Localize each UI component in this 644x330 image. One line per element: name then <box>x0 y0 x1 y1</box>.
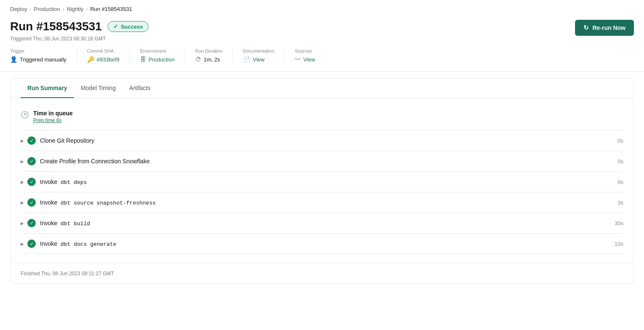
check-icon: ✓ <box>113 23 118 30</box>
commit-value: 🔑 #933bef9 <box>87 56 119 63</box>
documentation-value: 📄 View <box>243 56 274 63</box>
breadcrumb-sep-1: › <box>29 6 31 12</box>
sources-value: 〰 View <box>295 56 315 63</box>
step-row: ▶ ✓ Invoke dbt deps 0s <box>21 172 623 192</box>
step-duration-6: 10s <box>607 241 623 247</box>
time-queue-title: Time in queue <box>33 110 73 117</box>
time-in-queue: 🕐 Time in queue Prep time 6s <box>21 106 623 130</box>
run-footer: Finished Thu, 08 Jun 2023 08:31:27 GMT <box>11 263 633 283</box>
status-label: Success <box>121 24 143 30</box>
step-code-3: dbt deps <box>61 179 87 186</box>
step-duration-5: 30s <box>607 220 623 226</box>
run-title-row: Run #158543531 ✓ Success <box>10 20 148 33</box>
meta-trigger: Trigger 👤 Triggered manually <box>10 48 77 63</box>
duration-text: 1m, 2s <box>204 56 220 63</box>
meta-commit: Commit SHA 🔑 #933bef9 <box>87 48 130 63</box>
step-duration-1: 0s <box>607 138 623 144</box>
step-chevron-1[interactable]: ▶ <box>21 138 24 143</box>
meta-documentation: Documentation 📄 View <box>243 48 285 63</box>
sources-link[interactable]: View <box>303 56 315 63</box>
step-success-icon-3: ✓ <box>27 178 36 186</box>
rerun-button[interactable]: ↻ Re-run Now <box>575 20 634 36</box>
tab-artifacts[interactable]: Artifacts <box>122 79 157 98</box>
step-name-5: Invoke dbt build <box>40 220 607 227</box>
step-row: ▶ ✓ Create Profile from Connection Snowf… <box>21 151 623 172</box>
rerun-label: Re-run Now <box>592 24 625 31</box>
step-name-6: Invoke dbt docs generate <box>40 240 607 248</box>
meta-row: Trigger 👤 Triggered manually Commit SHA … <box>0 48 644 72</box>
tab-model-timing[interactable]: Model Timing <box>74 79 122 98</box>
person-icon: 👤 <box>10 56 17 63</box>
trigger-label: Trigger <box>10 48 66 53</box>
documentation-label: Documentation <box>243 48 274 53</box>
step-chevron-5[interactable]: ▶ <box>21 221 24 226</box>
step-chevron-4[interactable]: ▶ <box>21 200 24 205</box>
run-title: Run #158543531 <box>10 20 102 33</box>
trigger-value: 👤 Triggered manually <box>10 56 66 63</box>
clock-icon: ⏱ <box>195 56 201 63</box>
step-duration-3: 0s <box>607 179 623 185</box>
step-chevron-2[interactable]: ▶ <box>21 159 24 164</box>
success-badge: ✓ Success <box>108 21 148 32</box>
commit-label: Commit SHA <box>87 48 119 53</box>
step-success-icon-4: ✓ <box>27 198 36 207</box>
page-wrapper: Deploy › Production › Nightly › Run #158… <box>0 0 644 330</box>
commit-link[interactable]: #933bef9 <box>97 56 119 63</box>
environment-value: 🗄 Production <box>140 56 175 63</box>
tabs-container: Run Summary Model Timing Artifacts <box>11 79 633 98</box>
step-code-4: dbt source snapshot-freshness <box>61 200 156 206</box>
meta-duration: Run Duration ⏱ 1m, 2s <box>195 48 233 63</box>
breadcrumb-production[interactable]: Production <box>34 6 60 12</box>
prep-time-link[interactable]: Prep time 6s <box>33 117 73 123</box>
step-name-2: Create Profile from Connection Snowflake <box>40 158 607 165</box>
db-icon: 🗄 <box>140 56 146 63</box>
step-row: ▶ ✓ Invoke dbt build 30s <box>21 213 623 234</box>
breadcrumb: Deploy › Production › Nightly › Run #158… <box>0 0 644 16</box>
environment-label: Environment <box>140 48 175 53</box>
duration-value: ⏱ 1m, 2s <box>195 56 223 63</box>
environment-link[interactable]: Production <box>148 56 175 63</box>
meta-sources: Sources 〰 View <box>295 48 325 63</box>
run-header: Run #158543531 ✓ Success Triggered Thu, … <box>0 16 644 48</box>
step-duration-2: 0s <box>607 158 623 165</box>
step-name-4: Invoke dbt source snapshot-freshness <box>40 199 607 206</box>
sources-label: Sources <box>295 48 315 53</box>
documentation-link[interactable]: View <box>253 56 265 63</box>
step-name-1: Clone Git Repository <box>40 137 607 144</box>
breadcrumb-sep-2: › <box>63 6 64 12</box>
step-chevron-6[interactable]: ▶ <box>21 242 24 246</box>
time-queue-content: Time in queue Prep time 6s <box>33 110 73 123</box>
tabs: Run Summary Model Timing Artifacts <box>21 79 623 98</box>
duration-label: Run Duration <box>195 48 223 53</box>
step-success-icon-6: ✓ <box>27 240 36 248</box>
step-code-6: dbt docs generate <box>61 241 117 248</box>
step-row: ▶ ✓ Invoke dbt source snapshot-freshness… <box>21 192 623 213</box>
breadcrumb-run-id: Run #158543531 <box>90 6 132 12</box>
finished-text: Finished Thu, 08 Jun 2023 08:31:27 GMT <box>21 271 114 277</box>
tab-run-summary[interactable]: Run Summary <box>21 79 74 98</box>
step-success-icon-5: ✓ <box>27 219 36 227</box>
step-success-icon-1: ✓ <box>27 136 36 145</box>
step-row: ▶ ✓ Clone Git Repository 0s <box>21 130 623 151</box>
step-duration-4: 3s <box>607 200 623 206</box>
meta-environment: Environment 🗄 Production <box>140 48 185 63</box>
breadcrumb-deploy[interactable]: Deploy <box>10 6 27 12</box>
main-content-card: Run Summary Model Timing Artifacts 🕐 Tim… <box>10 78 634 284</box>
queue-clock-icon: 🕐 <box>21 111 29 119</box>
step-name-3: Invoke dbt deps <box>40 178 607 186</box>
key-icon: 🔑 <box>87 56 94 63</box>
step-chevron-3[interactable]: ▶ <box>21 180 24 184</box>
run-title-block: Run #158543531 ✓ Success Triggered Thu, … <box>10 20 148 42</box>
step-code-5: dbt build <box>61 221 90 227</box>
breadcrumb-sep-3: › <box>86 6 87 12</box>
breadcrumb-nightly[interactable]: Nightly <box>67 6 84 12</box>
trigger-text: Triggered manually <box>20 56 66 63</box>
steps-area: 🕐 Time in queue Prep time 6s ▶ ✓ Clone G… <box>11 98 633 263</box>
step-row: ▶ ✓ Invoke dbt docs generate 10s <box>21 234 623 254</box>
rerun-icon: ↻ <box>583 24 589 32</box>
step-success-icon-2: ✓ <box>27 157 36 165</box>
run-triggered-label: Triggered Thu, 08 Jun 2023 08:30:18 GMT <box>10 36 148 42</box>
doc-icon: 📄 <box>243 56 250 63</box>
pulse-icon: 〰 <box>295 56 301 63</box>
